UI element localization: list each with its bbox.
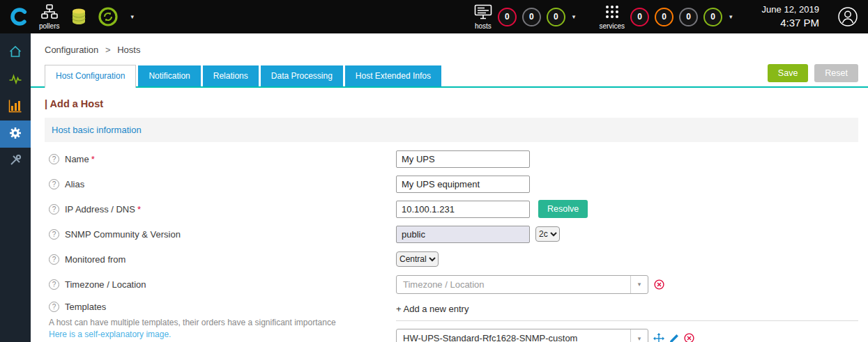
clear-timezone-icon[interactable] [654, 279, 664, 290]
reset-button[interactable]: Reset [814, 64, 858, 82]
chevron-down-icon: ▾ [630, 276, 648, 293]
tab-relations[interactable]: Relations [203, 65, 259, 86]
services-unknown-counter[interactable]: 0 [679, 8, 698, 26]
tab-host-configuration[interactable]: Host Configuration [45, 65, 136, 88]
add-template-entry-button[interactable]: + Add a new entry [396, 302, 858, 321]
sidebar-item-home[interactable] [0, 39, 31, 66]
timezone-label: Timezone / Location [65, 279, 146, 290]
home-icon [8, 45, 22, 61]
sidebar-item-configuration[interactable] [0, 121, 31, 148]
page-title: | Add a Host [45, 98, 858, 109]
hosts-unreachable-counter[interactable]: 0 [522, 8, 541, 26]
breadcrumb: Configuration > Hosts [31, 33, 868, 64]
tab-bar: Host Configuration Notification Relation… [31, 64, 868, 88]
label-text: IP Address / DNS [65, 204, 135, 215]
gear-icon [8, 126, 22, 142]
help-icon[interactable]: ? [49, 229, 59, 240]
form-row-name: ? Name* [45, 146, 858, 171]
form-row-templates: ? Templates A host can have multiple tem… [45, 297, 858, 342]
monitored-from-select[interactable]: Central [396, 251, 439, 267]
help-icon[interactable]: ? [49, 254, 59, 265]
ip-label: IP Address / DNS* [65, 204, 141, 215]
form-row-ip: ? IP Address / DNS* Resolve [45, 196, 858, 221]
template-selected-value: HW-UPS-Standard-Rfc1628-SNMP-custom [403, 333, 577, 342]
pollers-icon [41, 4, 58, 21]
required-mark: * [137, 204, 141, 215]
topbar: pollers ▾ [0, 0, 868, 33]
chevron-down-icon[interactable]: ▾ [130, 13, 134, 20]
main-area: Configuration > Hosts Host Configuration… [31, 33, 868, 342]
section-header: Host basic information [45, 118, 858, 142]
services-critical-counter[interactable]: 0 [630, 8, 649, 26]
sidebar-item-administration[interactable] [0, 148, 31, 175]
delete-template-icon[interactable] [684, 333, 694, 342]
edit-template-icon[interactable] [669, 334, 679, 342]
templates-label: Templates [65, 302, 106, 312]
form-row-monitored-from: ? Monitored from Central [45, 247, 858, 272]
pollers-label: pollers [39, 22, 59, 30]
date-text: June 12, 2019 [762, 4, 819, 16]
hosts-down-counter[interactable]: 0 [498, 8, 517, 26]
snmp-community-input[interactable] [396, 226, 530, 243]
tab-host-extended-infos[interactable]: Host Extended Infos [345, 65, 441, 86]
help-icon[interactable]: ? [49, 154, 59, 164]
tab-data-processing[interactable]: Data Processing [261, 65, 343, 86]
templates-help-link[interactable]: Here is a self-explanatory image. [49, 329, 171, 339]
bar-chart-icon [8, 99, 22, 115]
help-icon[interactable]: ? [49, 179, 59, 189]
timezone-placeholder: Timezone / Location [403, 279, 485, 290]
sidebar-item-monitoring[interactable] [0, 66, 31, 93]
save-button[interactable]: Save [768, 64, 809, 82]
services-ok-counter[interactable]: 0 [703, 8, 722, 26]
services-warning-counter[interactable]: 0 [655, 8, 673, 26]
chevron-down-icon[interactable]: ▾ [729, 13, 733, 20]
help-icon[interactable]: ? [49, 279, 59, 290]
snmp-label: SNMP Community & Version [65, 229, 181, 240]
label-text: Name [65, 154, 89, 164]
alias-input[interactable] [396, 176, 530, 193]
tools-icon [8, 153, 22, 169]
centreon-logo[interactable] [0, 0, 39, 33]
breadcrumb-configuration[interactable]: Configuration [45, 45, 98, 55]
config-status-ok-icon[interactable] [98, 7, 118, 26]
chevron-down-icon: ▾ [630, 329, 648, 342]
help-icon[interactable]: ? [49, 204, 59, 215]
monitored-from-label: Monitored from [65, 254, 125, 265]
form-row-snmp: ? SNMP Community & Version 2c [45, 221, 858, 247]
resolve-button[interactable]: Resolve [538, 200, 588, 218]
pollers-menu[interactable]: pollers [39, 4, 59, 30]
form-row-timezone: ? Timezone / Location Timezone / Locatio… [45, 272, 858, 297]
alias-label: Alias [65, 179, 84, 189]
template-select[interactable]: HW-UPS-Standard-Rfc1628-SNMP-custom ▾ [396, 329, 648, 342]
breadcrumb-hosts[interactable]: Hosts [117, 45, 140, 55]
form-actions: Save Reset [768, 64, 858, 86]
chevron-down-icon[interactable]: ▾ [572, 13, 576, 20]
hosts-status-group: hosts 0 0 0 ▾ [474, 4, 576, 30]
user-menu-icon[interactable] [837, 6, 858, 27]
snmp-version-select[interactable]: 2c [535, 226, 560, 242]
services-menu[interactable]: services [599, 4, 625, 30]
templates-help-text: A host can have multiple templates, thei… [49, 318, 396, 327]
hosts-menu[interactable]: hosts [474, 4, 492, 30]
required-mark: * [91, 154, 95, 164]
sidebar-item-reporting[interactable] [0, 93, 31, 121]
hosts-icon [474, 4, 492, 21]
services-label: services [599, 22, 625, 30]
database-icon[interactable] [70, 8, 87, 26]
help-icon[interactable]: ? [49, 302, 59, 312]
form-row-alias: ? Alias [45, 171, 858, 196]
ip-input[interactable] [396, 201, 530, 218]
heartbeat-icon [8, 72, 22, 88]
hosts-up-counter[interactable]: 0 [547, 8, 565, 26]
move-template-icon[interactable] [653, 333, 664, 342]
time-text: 4:37 PM [762, 16, 819, 30]
sidebar [0, 33, 31, 342]
datetime: June 12, 2019 4:37 PM [762, 4, 819, 29]
name-input[interactable] [396, 150, 530, 168]
timezone-select[interactable]: Timezone / Location ▾ [396, 275, 648, 294]
tab-notification[interactable]: Notification [138, 65, 200, 86]
centreon-logo-icon [9, 6, 30, 27]
breadcrumb-separator: > [105, 45, 111, 55]
services-icon [604, 4, 620, 21]
hosts-label: hosts [475, 22, 492, 30]
